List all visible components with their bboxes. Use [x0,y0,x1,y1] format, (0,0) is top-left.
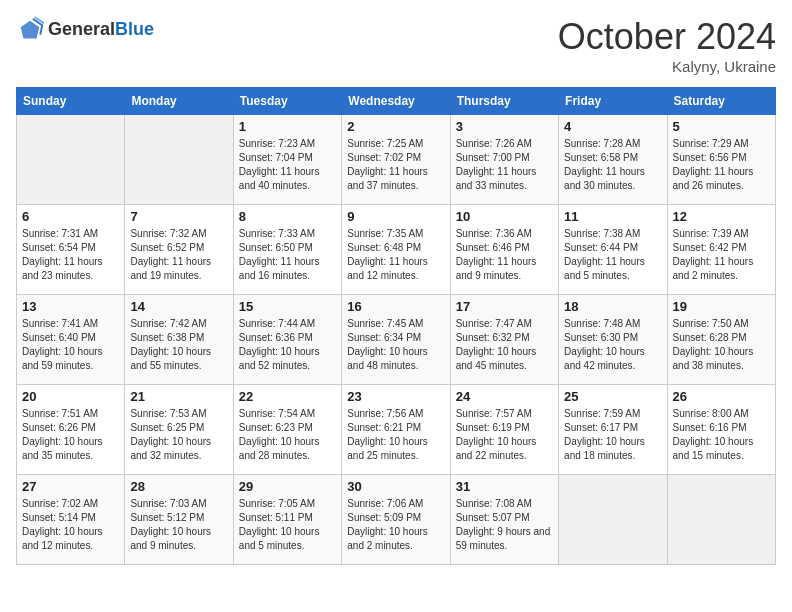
calendar-cell: 29Sunrise: 7:05 AMSunset: 5:11 PMDayligh… [233,475,341,565]
day-number: 8 [239,209,336,224]
day-number: 24 [456,389,553,404]
day-info: Sunrise: 7:56 AMSunset: 6:21 PMDaylight:… [347,407,444,463]
day-info: Sunrise: 7:42 AMSunset: 6:38 PMDaylight:… [130,317,227,373]
day-number: 4 [564,119,661,134]
calendar-cell: 11Sunrise: 7:38 AMSunset: 6:44 PMDayligh… [559,205,667,295]
day-number: 25 [564,389,661,404]
day-info: Sunrise: 8:00 AMSunset: 6:16 PMDaylight:… [673,407,770,463]
calendar-cell: 27Sunrise: 7:02 AMSunset: 5:14 PMDayligh… [17,475,125,565]
calendar-week-row: 1Sunrise: 7:23 AMSunset: 7:04 PMDaylight… [17,115,776,205]
calendar-cell: 18Sunrise: 7:48 AMSunset: 6:30 PMDayligh… [559,295,667,385]
weekday-header-tuesday: Tuesday [233,88,341,115]
calendar-cell: 6Sunrise: 7:31 AMSunset: 6:54 PMDaylight… [17,205,125,295]
day-number: 6 [22,209,119,224]
calendar-cell: 12Sunrise: 7:39 AMSunset: 6:42 PMDayligh… [667,205,775,295]
day-info: Sunrise: 7:03 AMSunset: 5:12 PMDaylight:… [130,497,227,553]
day-number: 2 [347,119,444,134]
day-info: Sunrise: 7:32 AMSunset: 6:52 PMDaylight:… [130,227,227,283]
day-number: 16 [347,299,444,314]
day-number: 28 [130,479,227,494]
day-info: Sunrise: 7:06 AMSunset: 5:09 PMDaylight:… [347,497,444,553]
calendar-cell: 23Sunrise: 7:56 AMSunset: 6:21 PMDayligh… [342,385,450,475]
weekday-header-sunday: Sunday [17,88,125,115]
month-title: October 2024 [558,16,776,58]
logo-icon [16,16,44,44]
calendar-cell: 2Sunrise: 7:25 AMSunset: 7:02 PMDaylight… [342,115,450,205]
day-info: Sunrise: 7:28 AMSunset: 6:58 PMDaylight:… [564,137,661,193]
weekday-header-monday: Monday [125,88,233,115]
calendar-cell: 31Sunrise: 7:08 AMSunset: 5:07 PMDayligh… [450,475,558,565]
day-info: Sunrise: 7:26 AMSunset: 7:00 PMDaylight:… [456,137,553,193]
day-number: 19 [673,299,770,314]
day-info: Sunrise: 7:45 AMSunset: 6:34 PMDaylight:… [347,317,444,373]
logo-general: GeneralBlue [48,20,154,40]
day-info: Sunrise: 7:47 AMSunset: 6:32 PMDaylight:… [456,317,553,373]
day-info: Sunrise: 7:48 AMSunset: 6:30 PMDaylight:… [564,317,661,373]
weekday-header-wednesday: Wednesday [342,88,450,115]
calendar-cell: 15Sunrise: 7:44 AMSunset: 6:36 PMDayligh… [233,295,341,385]
day-info: Sunrise: 7:44 AMSunset: 6:36 PMDaylight:… [239,317,336,373]
day-number: 27 [22,479,119,494]
calendar-cell: 22Sunrise: 7:54 AMSunset: 6:23 PMDayligh… [233,385,341,475]
day-number: 3 [456,119,553,134]
day-number: 29 [239,479,336,494]
day-number: 22 [239,389,336,404]
day-info: Sunrise: 7:35 AMSunset: 6:48 PMDaylight:… [347,227,444,283]
page-header: GeneralBlue October 2024 Kalyny, Ukraine [16,16,776,75]
day-number: 10 [456,209,553,224]
day-number: 20 [22,389,119,404]
logo-text: GeneralBlue [48,20,154,40]
day-info: Sunrise: 7:38 AMSunset: 6:44 PMDaylight:… [564,227,661,283]
calendar-cell: 20Sunrise: 7:51 AMSunset: 6:26 PMDayligh… [17,385,125,475]
calendar-table: SundayMondayTuesdayWednesdayThursdayFrid… [16,87,776,565]
day-number: 11 [564,209,661,224]
day-number: 15 [239,299,336,314]
calendar-cell: 7Sunrise: 7:32 AMSunset: 6:52 PMDaylight… [125,205,233,295]
calendar-cell: 8Sunrise: 7:33 AMSunset: 6:50 PMDaylight… [233,205,341,295]
day-info: Sunrise: 7:59 AMSunset: 6:17 PMDaylight:… [564,407,661,463]
day-info: Sunrise: 7:51 AMSunset: 6:26 PMDaylight:… [22,407,119,463]
calendar-cell: 4Sunrise: 7:28 AMSunset: 6:58 PMDaylight… [559,115,667,205]
day-number: 23 [347,389,444,404]
day-info: Sunrise: 7:36 AMSunset: 6:46 PMDaylight:… [456,227,553,283]
calendar-cell: 16Sunrise: 7:45 AMSunset: 6:34 PMDayligh… [342,295,450,385]
calendar-cell: 28Sunrise: 7:03 AMSunset: 5:12 PMDayligh… [125,475,233,565]
day-info: Sunrise: 7:29 AMSunset: 6:56 PMDaylight:… [673,137,770,193]
weekday-header-row: SundayMondayTuesdayWednesdayThursdayFrid… [17,88,776,115]
calendar-cell [125,115,233,205]
day-number: 13 [22,299,119,314]
weekday-header-saturday: Saturday [667,88,775,115]
day-number: 9 [347,209,444,224]
calendar-week-row: 27Sunrise: 7:02 AMSunset: 5:14 PMDayligh… [17,475,776,565]
day-info: Sunrise: 7:31 AMSunset: 6:54 PMDaylight:… [22,227,119,283]
day-info: Sunrise: 7:54 AMSunset: 6:23 PMDaylight:… [239,407,336,463]
day-info: Sunrise: 7:53 AMSunset: 6:25 PMDaylight:… [130,407,227,463]
day-number: 21 [130,389,227,404]
calendar-week-row: 20Sunrise: 7:51 AMSunset: 6:26 PMDayligh… [17,385,776,475]
title-area: October 2024 Kalyny, Ukraine [558,16,776,75]
day-number: 30 [347,479,444,494]
calendar-cell: 21Sunrise: 7:53 AMSunset: 6:25 PMDayligh… [125,385,233,475]
calendar-cell: 3Sunrise: 7:26 AMSunset: 7:00 PMDaylight… [450,115,558,205]
calendar-cell: 10Sunrise: 7:36 AMSunset: 6:46 PMDayligh… [450,205,558,295]
day-info: Sunrise: 7:39 AMSunset: 6:42 PMDaylight:… [673,227,770,283]
calendar-cell [667,475,775,565]
day-info: Sunrise: 7:05 AMSunset: 5:11 PMDaylight:… [239,497,336,553]
day-info: Sunrise: 7:08 AMSunset: 5:07 PMDaylight:… [456,497,553,553]
weekday-header-thursday: Thursday [450,88,558,115]
day-number: 14 [130,299,227,314]
logo: GeneralBlue [16,16,154,44]
day-number: 17 [456,299,553,314]
calendar-cell: 26Sunrise: 8:00 AMSunset: 6:16 PMDayligh… [667,385,775,475]
day-number: 7 [130,209,227,224]
day-info: Sunrise: 7:50 AMSunset: 6:28 PMDaylight:… [673,317,770,373]
calendar-week-row: 13Sunrise: 7:41 AMSunset: 6:40 PMDayligh… [17,295,776,385]
day-info: Sunrise: 7:57 AMSunset: 6:19 PMDaylight:… [456,407,553,463]
day-number: 12 [673,209,770,224]
calendar-cell: 17Sunrise: 7:47 AMSunset: 6:32 PMDayligh… [450,295,558,385]
calendar-cell [17,115,125,205]
calendar-cell: 30Sunrise: 7:06 AMSunset: 5:09 PMDayligh… [342,475,450,565]
day-number: 26 [673,389,770,404]
calendar-cell [559,475,667,565]
weekday-header-friday: Friday [559,88,667,115]
